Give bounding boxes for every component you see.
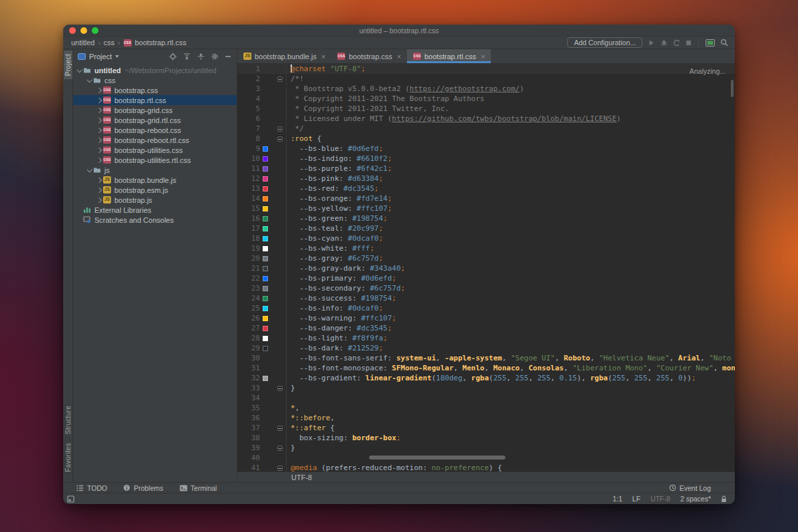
breadcrumb-item[interactable]: untitled bbox=[71, 39, 94, 47]
fold-marker-icon[interactable] bbox=[277, 136, 283, 142]
hide-icon[interactable] bbox=[225, 53, 231, 60]
tab-close-icon[interactable]: × bbox=[397, 53, 401, 61]
tree-item-bootstrap-rtl-css[interactable]: cssbootstrap.rtl.css bbox=[73, 95, 237, 105]
color-swatch[interactable] bbox=[263, 246, 268, 251]
tree-item-external-libraries[interactable]: External Libraries bbox=[73, 205, 237, 215]
chevron-down-icon[interactable] bbox=[84, 168, 93, 172]
chevron-right-icon[interactable] bbox=[94, 188, 103, 192]
project-panel-title[interactable]: Project bbox=[89, 53, 112, 61]
color-swatch[interactable] bbox=[263, 206, 268, 211]
tool-stripe-favorites[interactable]: Favorites bbox=[64, 440, 72, 475]
chevron-right-icon[interactable] bbox=[94, 88, 103, 92]
color-swatch[interactable] bbox=[263, 176, 268, 182]
coverage-icon[interactable] bbox=[673, 39, 680, 47]
chevron-right-icon[interactable] bbox=[94, 178, 103, 182]
run-icon[interactable] bbox=[648, 39, 655, 47]
color-swatch[interactable] bbox=[263, 276, 268, 281]
tree-item-scratches-and-consoles[interactable]: Scratches and Consoles bbox=[73, 215, 237, 225]
tool-window-button-problems[interactable]: Problems bbox=[123, 484, 163, 492]
color-swatch[interactable] bbox=[263, 266, 268, 271]
tool-window-button-event-log[interactable]: Event Log bbox=[669, 484, 711, 492]
vertical-scrollbar[interactable] bbox=[731, 80, 733, 97]
tree-item-bootstrap-bundle-js[interactable]: JSbootstrap.bundle.js bbox=[73, 175, 237, 185]
tool-windows-toggle-icon[interactable] bbox=[67, 495, 74, 503]
indent-widget[interactable]: 2 spaces* bbox=[680, 495, 711, 503]
fold-marker-icon[interactable] bbox=[277, 386, 283, 391]
chevron-right-icon[interactable] bbox=[94, 158, 103, 162]
breadcrumb-item[interactable]: bootstrap.rtl.css bbox=[135, 39, 187, 47]
collapse-all-icon[interactable] bbox=[183, 53, 191, 61]
caret-position-widget[interactable]: 1:1 bbox=[612, 495, 622, 503]
tree-item-bootstrap-reboot-css[interactable]: cssbootstrap-reboot.css bbox=[73, 125, 237, 135]
line-separator-widget[interactable]: LF bbox=[632, 495, 640, 503]
chevron-right-icon[interactable] bbox=[94, 108, 103, 112]
encoding-widget[interactable]: UTF-8 bbox=[650, 495, 670, 503]
color-swatch[interactable] bbox=[263, 346, 268, 351]
chevron-down-icon[interactable] bbox=[115, 55, 119, 58]
color-swatch[interactable] bbox=[263, 216, 268, 221]
title-bar[interactable]: untitled – bootstrap.rtl.css bbox=[63, 25, 735, 37]
chevron-right-icon[interactable] bbox=[94, 198, 103, 202]
fold-marker-icon[interactable] bbox=[277, 466, 283, 471]
locate-icon[interactable] bbox=[169, 53, 177, 61]
tab-bootstrap-css[interactable]: cssbootstrap.css× bbox=[331, 49, 407, 63]
color-swatch[interactable] bbox=[263, 306, 268, 311]
tree-item-untitled[interactable]: untitled~/WebstormProjects/untitled bbox=[73, 65, 237, 75]
color-swatch[interactable] bbox=[263, 186, 268, 192]
color-swatch[interactable] bbox=[263, 376, 268, 381]
tree-item-js[interactable]: js bbox=[73, 165, 237, 175]
chevron-right-icon[interactable] bbox=[94, 138, 103, 142]
chevron-right-icon[interactable] bbox=[94, 118, 103, 122]
color-swatch[interactable] bbox=[263, 316, 268, 321]
tree-item-bootstrap-reboot-rtl-css[interactable]: cssbootstrap-reboot.rtl.css bbox=[73, 135, 237, 145]
tree-item-bootstrap-grid-rtl-css[interactable]: cssbootstrap-grid.rtl.css bbox=[73, 115, 237, 125]
chevron-right-icon[interactable] bbox=[94, 98, 103, 102]
tool-stripe-project[interactable]: Project bbox=[64, 51, 72, 79]
chevron-down-icon[interactable] bbox=[84, 78, 93, 82]
color-swatch[interactable] bbox=[263, 166, 268, 172]
code-editor[interactable]: 1@charset "UTF-8";2/*!3 * Bootstrap v5.0… bbox=[237, 64, 735, 471]
zoom-window-button[interactable] bbox=[92, 27, 98, 34]
color-swatch[interactable] bbox=[263, 336, 268, 341]
color-swatch[interactable] bbox=[263, 236, 268, 241]
fold-marker-icon[interactable] bbox=[277, 426, 283, 431]
color-swatch[interactable] bbox=[263, 296, 268, 301]
fold-marker-icon[interactable] bbox=[277, 76, 283, 82]
tab-bootstrap-bundle-js[interactable]: JSbootstrap.bundle.js× bbox=[237, 49, 331, 63]
color-swatch[interactable] bbox=[263, 196, 268, 201]
preview-icon[interactable] bbox=[706, 39, 715, 47]
debug-icon[interactable] bbox=[660, 39, 668, 47]
fold-marker-icon[interactable] bbox=[277, 446, 283, 451]
close-window-button[interactable] bbox=[69, 27, 76, 34]
color-swatch[interactable] bbox=[263, 256, 268, 261]
tree-item-css[interactable]: css bbox=[73, 75, 237, 85]
tab-close-icon[interactable]: × bbox=[481, 53, 485, 61]
lock-icon[interactable] bbox=[721, 495, 727, 503]
color-swatch[interactable] bbox=[263, 156, 268, 162]
fold-marker-icon[interactable] bbox=[277, 126, 283, 132]
tab-close-icon[interactable]: × bbox=[321, 53, 325, 61]
stop-icon[interactable] bbox=[686, 40, 692, 46]
chevron-right-icon[interactable] bbox=[94, 128, 103, 132]
chevron-right-icon[interactable] bbox=[94, 148, 103, 152]
tool-window-button-terminal[interactable]: Terminal bbox=[180, 484, 217, 492]
color-swatch[interactable] bbox=[263, 146, 268, 152]
tree-item-bootstrap-grid-css[interactable]: cssbootstrap-grid.css bbox=[73, 105, 237, 115]
tool-window-button-todo[interactable]: TODO bbox=[76, 484, 107, 492]
chevron-down-icon[interactable] bbox=[74, 68, 83, 72]
tab-bootstrap-rtl-css[interactable]: cssbootstrap.rtl.css× bbox=[407, 49, 491, 63]
settings-gear-icon[interactable] bbox=[211, 53, 219, 61]
add-configuration-button[interactable]: Add Configuration... bbox=[567, 37, 642, 48]
minimize-window-button[interactable] bbox=[80, 27, 87, 34]
search-icon[interactable] bbox=[720, 39, 728, 47]
expand-all-icon[interactable] bbox=[197, 53, 205, 61]
tree-item-bootstrap-js[interactable]: JSbootstrap.js bbox=[73, 195, 237, 205]
breadcrumb-item[interactable]: css bbox=[104, 39, 115, 47]
tree-item-bootstrap-utilities-rtl-css[interactable]: cssbootstrap-utilities.rtl.css bbox=[73, 155, 237, 165]
color-swatch[interactable] bbox=[263, 326, 268, 331]
color-swatch[interactable] bbox=[263, 226, 268, 231]
tree-item-bootstrap-utilities-css[interactable]: cssbootstrap-utilities.css bbox=[73, 145, 237, 155]
horizontal-scrollbar[interactable] bbox=[369, 456, 505, 460]
tree-item-bootstrap-css[interactable]: cssbootstrap.css bbox=[73, 85, 237, 95]
tree-item-bootstrap-esm-js[interactable]: JSbootstrap.esm.js bbox=[73, 185, 237, 195]
